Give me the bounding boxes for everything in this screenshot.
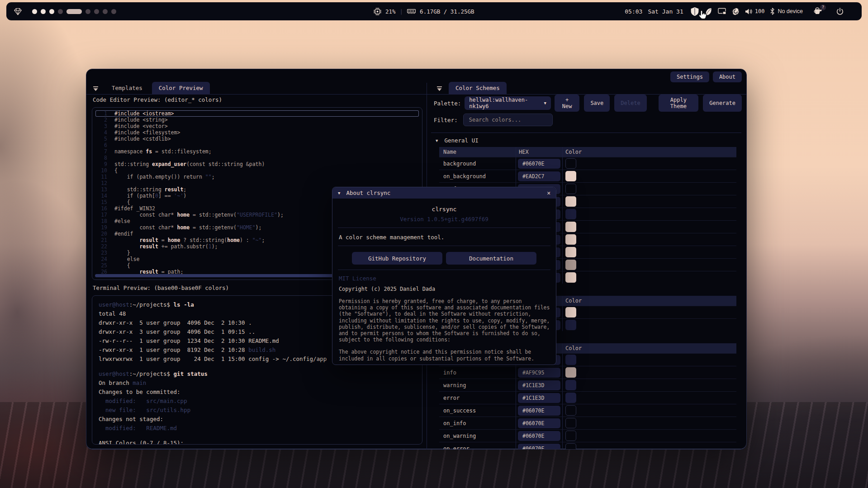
color-swatch[interactable]	[565, 320, 576, 330]
github-repository-button[interactable]: GitHub Repository	[352, 252, 442, 265]
about-button[interactable]: About	[713, 71, 742, 82]
app-description: A color scheme management tool.	[339, 234, 550, 241]
workspace-dot-8[interactable]	[103, 9, 108, 14]
screencast-icon[interactable]	[718, 8, 726, 15]
palette-toolbar: Palette: hellwal:wallhaven-nk1wy6 ▼ + Ne…	[434, 96, 742, 110]
hex-value-field[interactable]: #06070E	[518, 406, 560, 416]
tab-templates[interactable]: Templates	[105, 82, 149, 95]
tab-color-preview[interactable]: Color Preview	[152, 82, 210, 95]
color-swatch[interactable]	[565, 234, 576, 245]
date: Sat Jan 31	[648, 8, 683, 15]
color-swatch[interactable]	[565, 171, 576, 181]
color-swatch[interactable]	[565, 222, 576, 232]
terminal-line: Changes to be committed:	[99, 388, 416, 397]
bluetooth-status: No device	[778, 8, 803, 14]
color-swatch[interactable]	[565, 272, 576, 283]
license-header: MIT License	[339, 275, 550, 282]
color-swatch[interactable]	[565, 355, 576, 365]
palette-dropdown[interactable]: hellwal:wallhaven-nk1wy6 ▼	[465, 96, 551, 110]
volume-level: 100	[755, 8, 765, 14]
terminal-line: Changes not staged:	[99, 415, 416, 424]
dialog-titlebar[interactable]: ▼ About clrsync ✕	[332, 187, 556, 199]
hex-value-field[interactable]: #06070E	[518, 431, 560, 441]
hex-value-field[interactable]: #06070E	[518, 418, 560, 428]
color-swatch[interactable]	[565, 196, 576, 207]
color-swatch[interactable]	[565, 443, 576, 449]
code-line: 10{	[95, 167, 419, 174]
code-line: 7namespace fs = std::filesystem;	[95, 148, 419, 155]
hex-value-field[interactable]: #06070E	[518, 159, 560, 169]
apply-theme-button[interactable]: Apply Theme	[659, 95, 699, 112]
color-swatch[interactable]	[565, 307, 576, 317]
workspace-dot-1[interactable]	[32, 9, 37, 14]
teapot-tray-icon[interactable]: ?	[813, 7, 823, 16]
chevron-down-icon: ▼	[544, 101, 546, 105]
color-swatch[interactable]	[565, 418, 576, 428]
power-icon[interactable]	[836, 8, 844, 15]
volume-icon[interactable]	[745, 8, 752, 15]
code-line: 2#include <string>	[95, 117, 419, 123]
palette-dropdown-value: hellwal:wallhaven-nk1wy6	[469, 97, 544, 109]
table-row: on_background#EAD2C7	[439, 170, 736, 182]
workspace-dot-3[interactable]	[49, 9, 54, 14]
section-title: General UI	[444, 137, 478, 144]
dialog-divider	[338, 270, 550, 270]
collapse-pane-icon[interactable]	[93, 86, 99, 91]
hex-value-field[interactable]: #AF9C95	[518, 368, 560, 378]
workspace-indicators[interactable]	[32, 9, 116, 14]
color-swatch[interactable]	[565, 184, 576, 194]
workspace-dot-9[interactable]	[111, 9, 116, 14]
section-header[interactable]: ▼General UI	[436, 137, 741, 144]
workspace-dot-6[interactable]	[85, 9, 90, 14]
workspace-dot-5[interactable]	[66, 9, 82, 14]
color-swatch[interactable]	[565, 431, 576, 441]
collapse-pane-icon-right[interactable]	[436, 86, 442, 91]
filter-label: Filter:	[434, 117, 458, 123]
desktop: 21% | 6.17GB / 31.25GB 05:03 Sat Jan 31	[0, 0, 868, 488]
close-icon[interactable]: ✕	[547, 190, 550, 196]
hex-value-field[interactable]: #06070E	[518, 444, 560, 450]
palette-label: Palette:	[434, 100, 461, 107]
code-line: 11 if (path.empty()) return "";	[95, 174, 419, 180]
color-swatch[interactable]	[565, 367, 576, 378]
table-row: error#1C1E3D	[439, 391, 736, 404]
notification-badge: ?	[820, 5, 826, 10]
code-line: 6	[95, 142, 419, 148]
terminal-line	[99, 433, 416, 439]
hex-value-field[interactable]: #1C1E3D	[518, 380, 560, 390]
search-colors-input[interactable]	[463, 114, 553, 126]
triangle-down-icon: ▼	[338, 191, 340, 195]
swirl-icon[interactable]	[732, 8, 740, 15]
color-swatch[interactable]	[565, 158, 576, 169]
gem-launcher-icon[interactable]	[14, 7, 22, 16]
color-swatch[interactable]	[565, 405, 576, 416]
app-version: Version 1.0.5+git.g4697f69	[338, 216, 550, 223]
settings-button[interactable]: Settings	[670, 71, 709, 82]
color-swatch[interactable]	[565, 209, 576, 219]
new-button[interactable]: + New	[555, 95, 580, 112]
bluetooth-icon[interactable]	[770, 8, 775, 15]
code-line: 12	[95, 180, 419, 186]
color-swatch[interactable]	[565, 260, 576, 270]
tab-color-schemes[interactable]: Color Schemes	[449, 82, 507, 95]
color-swatch[interactable]	[565, 393, 576, 403]
save-button[interactable]: Save	[584, 95, 610, 112]
hex-value-field[interactable]: #EAD2C7	[518, 171, 560, 181]
delete-button[interactable]: Delete	[614, 95, 646, 112]
cpu-icon	[374, 8, 381, 15]
generate-button[interactable]: Generate	[703, 95, 742, 112]
terminal-line: modified: src/main.cpp	[99, 397, 416, 406]
documentation-button[interactable]: Documentation	[446, 252, 536, 265]
code-line: 4#include <filesystem>	[95, 129, 419, 136]
table-row: on_success#06070E	[439, 404, 736, 417]
stats-separator: |	[400, 8, 403, 15]
hex-value-field[interactable]: #1C1E3D	[518, 393, 560, 403]
workspace-dot-2[interactable]	[41, 9, 46, 14]
terminal-line: On branch main	[99, 379, 416, 388]
workspace-dot-4[interactable]	[58, 9, 63, 14]
terminal-line: modified: README.md	[99, 424, 416, 433]
color-swatch[interactable]	[565, 380, 576, 390]
dialog-divider	[338, 227, 550, 228]
workspace-dot-7[interactable]	[94, 9, 99, 14]
color-swatch[interactable]	[565, 247, 576, 257]
